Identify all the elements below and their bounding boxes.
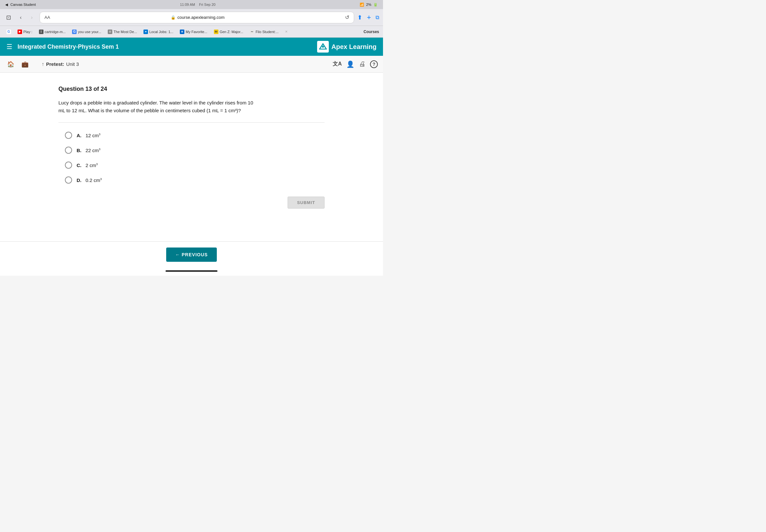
favicon-bi: BI xyxy=(214,30,218,34)
status-bar: ◀ Canvas Student 11:09 AM Fri Sep 20 📶 2… xyxy=(0,0,383,9)
bookmark-fav-label: My Favorite... xyxy=(186,30,207,34)
favicon-g: G xyxy=(6,30,11,34)
favicon-play: ▶ xyxy=(18,30,22,34)
option-d-text: D. 0.2 cm3 xyxy=(77,177,102,183)
nav-bar: 🏠 💼 ↑ Pretest: Unit 3 文A 👤 🖨 ? xyxy=(0,56,383,73)
forward-button[interactable]: › xyxy=(27,13,36,22)
favicon-local: ≋ xyxy=(143,30,148,34)
close-icon[interactable]: ✕ xyxy=(285,30,287,33)
app-header-left: ☰ Integrated Chemistry-Physics Sem 1 xyxy=(6,43,119,51)
submit-row: SUBMIT xyxy=(58,197,324,209)
bookmark-fav[interactable]: ⊞ My Favorite... xyxy=(177,29,210,35)
previous-button[interactable]: ← PREVIOUS xyxy=(166,248,217,262)
radio-d[interactable] xyxy=(65,176,72,184)
up-arrow-icon: ↑ xyxy=(42,61,44,67)
option-c-text: C. 2 cm3 xyxy=(77,163,98,168)
submit-button[interactable]: SUBMIT xyxy=(287,197,324,209)
bookmark-play[interactable]: ▶ Play : xyxy=(15,29,35,35)
bookmark-cart[interactable]: i cartridge-m... xyxy=(36,29,68,35)
favicon-most: ⊡ xyxy=(108,30,112,34)
battery-icon: 🔋 xyxy=(373,3,378,7)
bookmark-play-label: Play : xyxy=(23,30,32,34)
share-icon[interactable]: ⬆ xyxy=(357,14,362,21)
svg-point-0 xyxy=(322,46,324,48)
new-tab-icon[interactable]: + xyxy=(367,13,371,22)
sidebar-toggle-icon[interactable]: ⊡ xyxy=(4,13,13,22)
bookmark-bi[interactable]: BI Gen Z: Major... xyxy=(211,29,246,35)
apex-logo-text: Apex Learning xyxy=(331,43,376,51)
option-c[interactable]: C. 2 cm3 xyxy=(65,162,324,169)
radio-b[interactable] xyxy=(65,147,72,154)
radio-a[interactable] xyxy=(65,132,72,139)
bookmark-close[interactable]: ✕ xyxy=(282,29,290,34)
status-left: ◀ Canvas Student xyxy=(5,3,36,7)
question-header: Question 13 of 24 xyxy=(58,86,324,92)
aa-label: AA xyxy=(44,15,50,20)
app-title: Integrated Chemistry-Physics Sem 1 xyxy=(18,43,119,50)
pretest-bold: Pretest: xyxy=(46,61,64,67)
print-icon[interactable]: 🖨 xyxy=(359,60,365,68)
option-a[interactable]: A. 12 cm3 xyxy=(65,132,324,139)
apex-logo: Apex Learning xyxy=(317,41,376,53)
lock-icon: 🔒 xyxy=(171,15,176,20)
browser-nav-icons: ‹ › xyxy=(16,13,36,22)
question-text: Lucy drops a pebble into a graduated cyl… xyxy=(58,99,260,115)
option-b[interactable]: B. 22 cm3 xyxy=(65,147,324,154)
hamburger-menu-icon[interactable]: ☰ xyxy=(6,43,12,51)
favicon-fav: ⊞ xyxy=(180,30,184,34)
option-b-text: B. 22 cm3 xyxy=(77,148,100,153)
reload-button[interactable]: ↺ xyxy=(345,14,349,20)
status-time: 11:09 AM Fri Sep 20 xyxy=(180,3,215,6)
nav-bar-right: 文A 👤 🖨 ? xyxy=(333,60,378,68)
bookmark-most[interactable]: ⊡ The Most De... xyxy=(105,29,140,35)
bookmark-g2[interactable]: G you use your... xyxy=(69,29,104,35)
home-indicator xyxy=(165,270,217,272)
bookmark-g[interactable]: G xyxy=(4,29,14,35)
home-bar xyxy=(0,268,383,276)
pretest-unit: Unit 3 xyxy=(66,61,79,67)
pretest-label: ↑ Pretest: Unit 3 xyxy=(42,61,79,67)
address-url[interactable]: 🔒 course.apexlearning.com xyxy=(53,15,342,20)
back-arrow-icon: ◀ xyxy=(5,3,8,7)
favicon-filo: ∼ xyxy=(249,30,254,34)
favicon-cart: i xyxy=(39,30,43,34)
address-bar[interactable]: AA 🔒 course.apexlearning.com ↺ xyxy=(40,12,354,23)
wifi-icon: 📶 xyxy=(359,3,364,7)
favicon-g2: G xyxy=(72,30,77,34)
bookmark-courses[interactable]: Courses xyxy=(363,30,379,34)
option-d[interactable]: D. 0.2 cm3 xyxy=(65,176,324,184)
bookmark-most-label: The Most De... xyxy=(114,30,137,34)
tabs-icon[interactable]: ⧉ xyxy=(375,15,379,20)
nav-bar-left: 🏠 💼 ↑ Pretest: Unit 3 xyxy=(5,59,79,70)
bookmark-filo-label: Filo Student:... xyxy=(255,30,278,34)
bookmark-filo[interactable]: ∼ Filo Student:... xyxy=(247,29,281,35)
bookmark-local[interactable]: ≋ Local Jobs: 1... xyxy=(141,29,176,35)
help-icon[interactable]: ? xyxy=(370,60,378,68)
translate-icon[interactable]: 文A xyxy=(333,61,342,67)
option-a-text: A. 12 cm3 xyxy=(77,133,100,138)
question-divider xyxy=(58,122,324,123)
battery-label: 2% xyxy=(366,3,371,6)
bookmark-bi-label: Gen Z: Major... xyxy=(220,30,243,34)
answer-options: A. 12 cm3 B. 22 cm3 C. 2 cm3 D. 0.2 cm3 xyxy=(65,132,324,184)
person-icon[interactable]: 👤 xyxy=(346,60,354,68)
app-name: Canvas Student xyxy=(10,3,36,6)
home-button[interactable]: 🏠 xyxy=(5,59,16,70)
main-content: Question 13 of 24 Lucy drops a pebble in… xyxy=(0,73,383,241)
footer: ← PREVIOUS xyxy=(0,241,383,268)
app-header: ☰ Integrated Chemistry-Physics Sem 1 Ape… xyxy=(0,38,383,56)
bookmark-g2-label: you use your... xyxy=(78,30,101,34)
bookmark-cart-label: cartridge-m... xyxy=(45,30,66,34)
bookmarks-bar: G ▶ Play : i cartridge-m... G you use yo… xyxy=(0,26,383,38)
radio-c[interactable] xyxy=(65,162,72,169)
bookmark-local-label: Local Jobs: 1... xyxy=(149,30,173,34)
toolbar-actions: ⬆ + ⧉ xyxy=(357,13,379,22)
browser-toolbar: ⊡ ‹ › AA 🔒 course.apexlearning.com ↺ ⬆ +… xyxy=(0,9,383,26)
back-button[interactable]: ‹ xyxy=(16,13,25,22)
status-right: 📶 2% 🔋 xyxy=(359,3,378,7)
apex-icon xyxy=(317,41,329,53)
briefcase-button[interactable]: 💼 xyxy=(19,59,30,70)
